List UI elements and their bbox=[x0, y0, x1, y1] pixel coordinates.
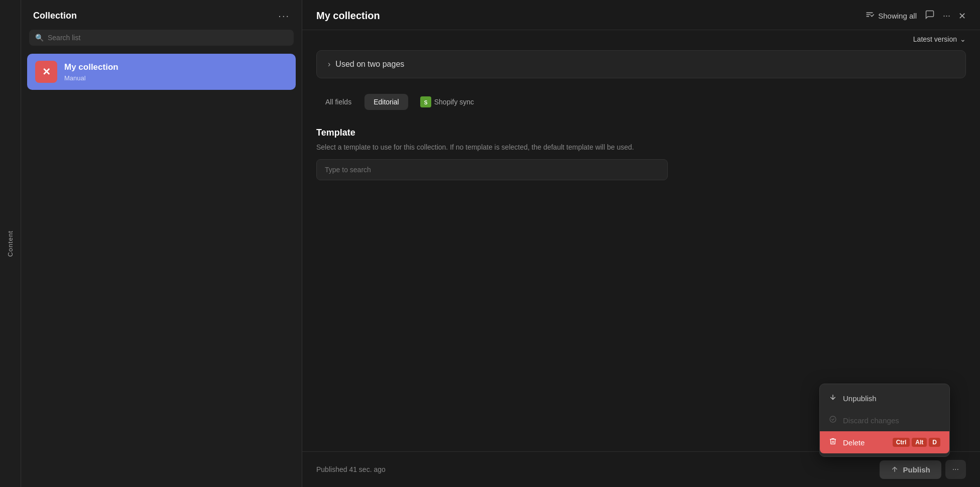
search-input[interactable] bbox=[48, 34, 288, 42]
tab-all-fields[interactable]: All fields bbox=[316, 94, 360, 110]
used-on-pages-text: Used on two pages bbox=[335, 60, 404, 69]
search-icon: 🔍 bbox=[35, 34, 44, 42]
main-header: My collection Showing all ··· ✕ bbox=[302, 0, 980, 30]
svg-text:S: S bbox=[424, 100, 427, 105]
collection-list-item[interactable]: ✕ My collection Manual bbox=[27, 54, 296, 90]
publish-label: Publish bbox=[903, 465, 930, 474]
kbd-alt: Alt bbox=[912, 438, 927, 447]
bottom-right-buttons: Publish ··· bbox=[880, 460, 966, 479]
context-menu: Unpublish Discard changes Delete bbox=[819, 384, 950, 457]
template-search-input[interactable] bbox=[316, 159, 668, 180]
delete-label: Delete bbox=[843, 438, 865, 447]
context-discard: Discard changes bbox=[820, 409, 949, 431]
collection-more-button[interactable]: ··· bbox=[278, 10, 290, 22]
kbd-ctrl: Ctrl bbox=[893, 438, 910, 447]
template-title: Template bbox=[316, 128, 966, 138]
tab-editorial[interactable]: Editorial bbox=[364, 94, 408, 110]
expand-icon: › bbox=[328, 60, 330, 69]
left-panel: Collection ··· 🔍 ✕ My collection Manual bbox=[21, 0, 302, 487]
header-right-actions: Showing all ··· ✕ bbox=[864, 9, 966, 23]
collection-info: My collection Manual bbox=[64, 62, 118, 82]
template-description: Select a template to use for this collec… bbox=[316, 143, 693, 151]
tab-shopify-sync[interactable]: S Shopify sync bbox=[412, 92, 482, 111]
close-icon[interactable]: ✕ bbox=[958, 11, 966, 22]
version-row: Latest version ⌄ bbox=[302, 30, 980, 50]
used-on-pages-banner[interactable]: › Used on two pages bbox=[316, 50, 966, 78]
search-bar[interactable]: 🔍 bbox=[29, 30, 294, 46]
tabs-row: All fields Editorial S Shopify sync bbox=[316, 92, 966, 111]
showing-all-text: Showing all bbox=[878, 12, 917, 20]
collection-panel-title: Collection bbox=[33, 11, 77, 21]
chevron-down-icon: ⌄ bbox=[960, 35, 966, 43]
keyboard-shortcut: Ctrl Alt D bbox=[893, 438, 940, 447]
translate-area[interactable]: Showing all bbox=[864, 9, 917, 23]
chat-icon[interactable] bbox=[925, 10, 935, 22]
collection-item-name: My collection bbox=[64, 62, 118, 72]
unpublish-label: Unpublish bbox=[843, 394, 877, 403]
main-panel: My collection Showing all ··· ✕ bbox=[302, 0, 980, 487]
published-status: Published 41 sec. ago bbox=[316, 465, 386, 473]
collection-item-type: Manual bbox=[64, 74, 118, 82]
translate-icon bbox=[864, 9, 875, 23]
collection-x-icon: ✕ bbox=[42, 66, 51, 78]
trash-icon bbox=[829, 437, 837, 447]
more-options-icon[interactable]: ··· bbox=[943, 11, 950, 21]
context-unpublish[interactable]: Unpublish bbox=[820, 387, 949, 409]
left-panel-header: Collection ··· bbox=[21, 0, 302, 30]
discard-label: Discard changes bbox=[843, 416, 899, 425]
vertical-sidebar: Content bbox=[0, 0, 21, 487]
template-section: Template Select a template to use for th… bbox=[316, 128, 966, 180]
kbd-d: D bbox=[929, 438, 940, 447]
version-text: Latest version bbox=[913, 35, 957, 43]
shopify-sync-label: Shopify sync bbox=[434, 98, 474, 106]
version-selector[interactable]: Latest version ⌄ bbox=[913, 35, 966, 43]
collection-icon-box: ✕ bbox=[35, 61, 57, 83]
main-panel-title: My collection bbox=[316, 10, 380, 22]
publish-more-button[interactable]: ··· bbox=[945, 460, 966, 479]
publish-button[interactable]: Publish bbox=[880, 460, 941, 479]
context-delete[interactable]: Delete Ctrl Alt D bbox=[820, 431, 949, 453]
discard-icon bbox=[829, 415, 837, 425]
svg-point-2 bbox=[830, 416, 836, 422]
unpublish-icon bbox=[829, 393, 837, 403]
sidebar-label: Content bbox=[7, 230, 14, 257]
